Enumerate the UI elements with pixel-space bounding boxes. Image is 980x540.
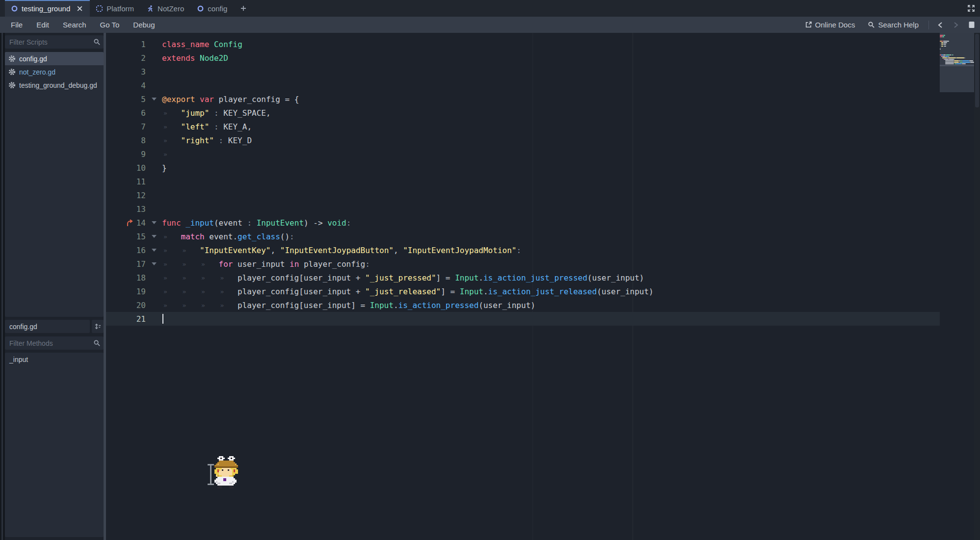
minimap-line-mark bbox=[953, 54, 954, 55]
code-line-13[interactable]: 13 bbox=[106, 202, 940, 216]
current-script-field[interactable]: config.gd bbox=[5, 320, 90, 333]
line-number: 8 bbox=[106, 136, 146, 145]
tab-indent-marker: » bbox=[162, 247, 181, 254]
menu-search[interactable]: Search bbox=[58, 19, 91, 31]
code-line-7[interactable]: 7»"left" : KEY_A, bbox=[106, 120, 940, 133]
code-text: »"jump" : KEY_SPACE, bbox=[162, 106, 271, 120]
code-line-17[interactable]: 17»»»for user_input in player_config: bbox=[106, 257, 940, 271]
tab-indent-marker: » bbox=[162, 302, 181, 309]
tab-indent-marker: » bbox=[181, 260, 200, 268]
code-line-1[interactable]: 1class_name Config bbox=[106, 37, 940, 51]
code-text: »»»»player_config[user_input + "_just_re… bbox=[162, 284, 654, 298]
code-text: extends Node2D bbox=[162, 51, 228, 65]
tab-indent-marker: » bbox=[162, 288, 181, 295]
minimap-line-mark bbox=[964, 57, 965, 58]
scene-circle-icon bbox=[11, 5, 18, 12]
menu-go-to[interactable]: Go To bbox=[95, 19, 125, 31]
search-help-button[interactable]: Search Help bbox=[865, 19, 922, 30]
tab-indent-marker: » bbox=[181, 302, 200, 309]
code-line-12[interactable]: 12 bbox=[106, 188, 940, 202]
code-line-2[interactable]: 2extends Node2D bbox=[106, 51, 940, 65]
method-sort-button[interactable] bbox=[92, 320, 104, 333]
tab-indent-marker: » bbox=[200, 302, 219, 309]
fold-arrow-icon[interactable] bbox=[146, 249, 162, 252]
code-line-5[interactable]: 5@export var player_config = { bbox=[106, 92, 940, 106]
fold-arrow-icon[interactable] bbox=[146, 235, 162, 238]
online-docs-button[interactable]: Online Docs bbox=[802, 19, 858, 30]
line-number: 21 bbox=[106, 314, 146, 324]
minimap-line-mark bbox=[943, 56, 945, 57]
menu-edit[interactable]: Edit bbox=[31, 19, 54, 31]
tab-Platform[interactable]: Platform bbox=[90, 0, 141, 17]
method-item-_input[interactable]: _input bbox=[5, 353, 104, 366]
code-line-16[interactable]: 16»»"InputEventKey", "InputEventJoypadBu… bbox=[106, 243, 940, 257]
code-line-19[interactable]: 19»»»»player_config[user_input + "_just_… bbox=[106, 284, 940, 298]
filter-scripts-input[interactable] bbox=[5, 35, 104, 49]
code-line-18[interactable]: 18»»»»player_config[user_input + "_just_… bbox=[106, 271, 940, 284]
menu-file[interactable]: File bbox=[6, 19, 27, 31]
editor-scrollbar[interactable] bbox=[974, 33, 980, 540]
history-forward-button[interactable] bbox=[952, 21, 960, 29]
minimap-line-mark bbox=[940, 49, 941, 50]
minimap-line-mark bbox=[956, 57, 964, 58]
code-line-11[interactable]: 11 bbox=[106, 175, 940, 188]
tab-indent-marker: » bbox=[162, 137, 181, 144]
minimap-line-mark bbox=[962, 63, 966, 64]
sort-icon bbox=[94, 323, 102, 330]
script-item-config.gd[interactable]: config.gd bbox=[5, 52, 104, 65]
code-line-10[interactable]: 10} bbox=[106, 161, 940, 175]
minimap-line-mark bbox=[949, 59, 954, 60]
script-tab-bar: testing_ground Platform NotZero config bbox=[0, 0, 980, 17]
menu-debug[interactable]: Debug bbox=[128, 19, 159, 31]
code-line-20[interactable]: 20»»»»player_config[user_input] = Input.… bbox=[106, 298, 940, 312]
tab-config[interactable]: config bbox=[191, 0, 234, 17]
fold-arrow-icon[interactable] bbox=[146, 221, 162, 224]
fold-arrow-icon[interactable] bbox=[146, 262, 162, 265]
line-number: 13 bbox=[106, 205, 146, 214]
new-tab-button[interactable] bbox=[234, 0, 253, 17]
expand-editor-icon[interactable] bbox=[966, 3, 976, 13]
scripts-panel-toggle-icon[interactable] bbox=[967, 21, 976, 29]
code-text: »"right" : KEY_D bbox=[162, 133, 252, 147]
script-name: testing_ground_debug.gd bbox=[19, 81, 97, 89]
tab-indent-marker: » bbox=[219, 274, 238, 282]
close-icon[interactable] bbox=[77, 5, 83, 12]
script-item-not_zero.gd[interactable]: not_zero.gd bbox=[5, 65, 104, 78]
minimap-line-mark bbox=[940, 36, 942, 37]
minimap-line-mark bbox=[940, 41, 942, 42]
editor-minimap[interactable] bbox=[940, 33, 974, 540]
tab-NotZero[interactable]: NotZero bbox=[141, 0, 191, 17]
gdscript-gear-icon bbox=[8, 55, 16, 62]
code-line-14[interactable]: 14func _input(event : InputEvent) -> voi… bbox=[106, 216, 940, 230]
history-back-button[interactable] bbox=[936, 21, 945, 29]
fold-arrow-icon[interactable] bbox=[146, 98, 162, 101]
tab-indent-marker: » bbox=[162, 260, 181, 268]
minimap-line-mark bbox=[940, 54, 941, 55]
code-line-3[interactable]: 3 bbox=[106, 65, 940, 78]
editor-scrollbar-thumb[interactable] bbox=[975, 34, 979, 107]
code-line-21[interactable]: 21 bbox=[106, 312, 940, 326]
script-item-testing_ground_debug.gd[interactable]: testing_ground_debug.gd bbox=[5, 78, 104, 92]
code-text: »»"InputEventKey", "InputEventJoypadButt… bbox=[162, 243, 521, 257]
code-line-9[interactable]: 9» bbox=[106, 147, 940, 161]
method-name: _input bbox=[9, 356, 28, 363]
line-number: 15 bbox=[106, 232, 146, 241]
filter-methods-input[interactable] bbox=[5, 336, 104, 350]
search-icon bbox=[868, 21, 875, 28]
tab-indent-marker: » bbox=[181, 288, 200, 295]
tab-indent-marker: » bbox=[162, 151, 181, 158]
code-line-8[interactable]: 8»"right" : KEY_D bbox=[106, 133, 940, 147]
minimap-line-mark bbox=[954, 60, 959, 61]
code-line-4[interactable]: 4 bbox=[106, 78, 940, 92]
code-line-15[interactable]: 15»match event.get_class(): bbox=[106, 230, 940, 243]
minimap-line-mark bbox=[940, 35, 943, 36]
tab-testing_ground[interactable]: testing_ground bbox=[5, 0, 90, 17]
minimap-line-mark bbox=[945, 60, 954, 61]
godot-script-editor-window: testing_ground Platform NotZero config F… bbox=[0, 0, 980, 540]
code-line-6[interactable]: 6»"jump" : KEY_SPACE, bbox=[106, 106, 940, 120]
pixel-character-sprite bbox=[214, 458, 244, 490]
text-caret bbox=[162, 314, 163, 324]
tab-indent-marker: » bbox=[219, 288, 238, 295]
script-name: config.gd bbox=[19, 55, 47, 63]
line-number: 2 bbox=[106, 53, 146, 63]
